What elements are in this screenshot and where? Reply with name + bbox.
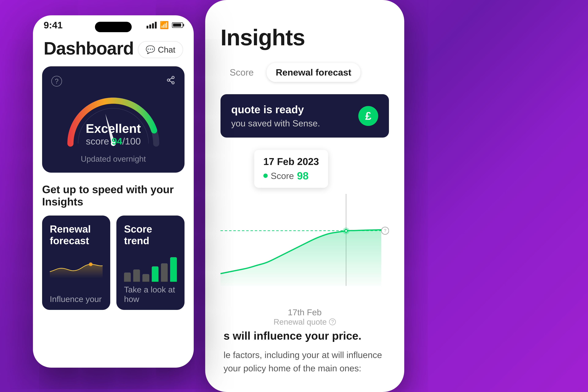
- gauge-container: Excellent score 94/100: [51, 92, 175, 150]
- tooltip-dot: [263, 174, 268, 178]
- gauge-rating: Excellent: [86, 121, 141, 136]
- tooltip-score-value: 98: [297, 170, 309, 182]
- renewal-mini-chart: [50, 252, 103, 291]
- battery-icon: [172, 22, 183, 28]
- score-chart: ?: [220, 194, 389, 298]
- back-phone-title: Insights: [220, 24, 389, 50]
- influence-section: s will influence your price. le factors,…: [220, 330, 389, 375]
- score-tooltip: 17 Feb 2023 Score 98: [254, 150, 328, 188]
- insights-heading: Get up to speed with your Insights: [42, 183, 184, 208]
- gauge-score-number: 94: [112, 136, 122, 146]
- renewal-forecast-card[interactable]: Renewal forecast: [42, 216, 110, 310]
- svg-text:?: ?: [384, 228, 386, 233]
- score-card: ?: [42, 66, 184, 173]
- signal-icon: [146, 22, 157, 28]
- svg-line-10: [169, 81, 172, 82]
- chat-icon: 💬: [146, 45, 155, 54]
- gauge-score: score 94/100: [86, 136, 141, 146]
- status-icons: 📶: [146, 21, 183, 30]
- banner-line2: you saved with Sense.: [231, 118, 320, 128]
- status-time: 9:41: [44, 20, 63, 30]
- help-icon-score[interactable]: ?: [51, 76, 62, 86]
- chart-x-date: 17th Feb: [288, 307, 322, 317]
- gauge-text: Excellent score 94/100: [86, 121, 141, 146]
- tooltip-date: 17 Feb 2023: [263, 156, 319, 167]
- score-trend-bars: [124, 254, 177, 282]
- gbp-badge: £: [358, 106, 378, 126]
- score-trend-card[interactable]: Score trend Take a look at how: [116, 216, 184, 310]
- renewal-banner: quote is ready you saved with Sense. £: [220, 94, 389, 138]
- chart-x-axis: 17th Feb Renewal quote ?: [220, 307, 389, 326]
- renewal-card-subtitle: Influence your: [50, 294, 103, 304]
- wifi-icon: 📶: [160, 21, 169, 30]
- svg-point-6: [345, 230, 347, 232]
- gauge-updated: Updated overnight: [51, 154, 175, 164]
- tab-renewal-forecast[interactable]: Renewal forecast: [267, 63, 361, 82]
- insight-cards: Renewal forecast: [42, 216, 184, 310]
- tooltip-score-label: Score: [271, 171, 294, 181]
- svg-point-15: [89, 263, 92, 265]
- back-phone: Insights Score Renewal forecast quote is…: [205, 0, 404, 392]
- score-trend-subtitle: Take a look at how: [124, 285, 177, 304]
- chart-x-sublabel-text: Renewal quote: [274, 317, 327, 326]
- front-phone: 9:41 📶 Dashboard 💬 Chat ?: [33, 15, 194, 368]
- score-trend-card-title: Score trend: [124, 223, 177, 246]
- back-phone-tabs: Score Renewal forecast: [220, 63, 389, 82]
- influence-body: le factors, including your at will influ…: [224, 348, 386, 375]
- renewal-card-title: Renewal forecast: [50, 223, 103, 246]
- share-icon[interactable]: [166, 76, 175, 87]
- banner-line1: quote is ready: [231, 104, 320, 116]
- help-icon-chart[interactable]: ?: [329, 318, 336, 325]
- chat-label: Chat: [158, 45, 175, 54]
- svg-line-11: [169, 78, 172, 80]
- dynamic-island: [95, 22, 132, 32]
- dashboard-title: Dashboard: [44, 38, 134, 59]
- front-header: Dashboard 💬 Chat: [33, 30, 194, 59]
- influence-title: s will influence your price.: [224, 330, 386, 342]
- chat-button[interactable]: 💬 Chat: [138, 41, 183, 58]
- insights-section: Get up to speed with your Insights Renew…: [33, 173, 194, 310]
- tab-score[interactable]: Score: [220, 63, 263, 82]
